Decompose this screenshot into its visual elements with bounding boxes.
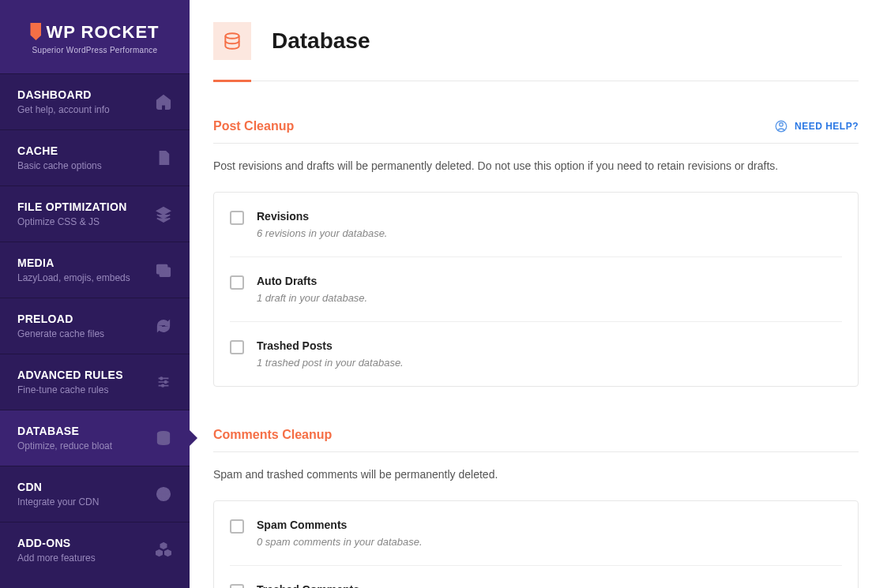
app-root: WP ROCKET Superior WordPress Performance… xyxy=(0,0,887,588)
nav-title: ADD-ONS xyxy=(17,537,96,549)
nav-title: ADVANCED RULES xyxy=(17,369,123,381)
svg-point-8 xyxy=(225,33,239,39)
svg-point-3 xyxy=(160,377,163,380)
main-panel: Database Post Cleanup NEED HELP? Post re… xyxy=(190,0,887,588)
option-label: Revisions xyxy=(257,210,387,223)
option-label: Trashed Posts xyxy=(257,339,404,352)
nav-title: PRELOAD xyxy=(17,313,104,325)
sidebar-item-database[interactable]: DATABASE Optimize, reduce bloat xyxy=(0,410,190,466)
option-desc: 0 spam comments in your database. xyxy=(257,536,423,548)
checkbox-revisions[interactable] xyxy=(230,211,244,225)
sidebar-item-preload[interactable]: PRELOAD Generate cache files xyxy=(0,298,190,354)
option-label: Trashed Comments xyxy=(257,583,431,588)
nav-sub: Integrate your CDN xyxy=(17,496,99,507)
option-spam-comments: Spam Comments 0 spam comments in your da… xyxy=(230,501,842,565)
nav-title: DASHBOARD xyxy=(17,88,110,101)
nav-sub: Basic cache options xyxy=(17,160,102,171)
option-desc: 6 revisions in your database. xyxy=(257,227,387,239)
database-icon xyxy=(222,31,242,51)
sidebar-item-advanced-rules[interactable]: ADVANCED RULES Fine-tune cache rules xyxy=(0,354,190,410)
sidebar-item-addons[interactable]: ADD-ONS Add more features xyxy=(0,522,190,578)
option-desc: 1 trashed post in your database. xyxy=(257,357,404,369)
help-label: NEED HELP? xyxy=(795,121,859,132)
database-icon xyxy=(155,429,172,447)
sidebar-item-dashboard[interactable]: DASHBOARD Get help, account info xyxy=(0,73,190,129)
header-divider xyxy=(213,81,859,81)
post-cleanup-options: Revisions 6 revisions in your database. … xyxy=(213,192,859,387)
section-divider xyxy=(213,143,859,144)
section-header-post-cleanup: Post Cleanup NEED HELP? xyxy=(213,119,859,133)
sliders-icon xyxy=(155,373,172,391)
cubes-icon xyxy=(155,541,172,559)
brand-tagline: Superior WordPress Performance xyxy=(16,46,174,54)
section-description: Spam and trashed comments will be perman… xyxy=(213,466,859,483)
section-header-comments-cleanup: Comments Cleanup xyxy=(213,428,859,442)
nav-title: CACHE xyxy=(17,144,102,157)
section-title: Comments Cleanup xyxy=(213,428,332,442)
refresh-icon xyxy=(155,317,172,335)
section-divider xyxy=(213,451,859,452)
page-title: Database xyxy=(272,28,370,54)
home-icon xyxy=(155,93,172,110)
need-help-link[interactable]: NEED HELP? xyxy=(774,119,859,133)
checkbox-trashed-posts[interactable] xyxy=(230,340,244,354)
nav-sub: Get help, account info xyxy=(17,104,110,115)
brand-name: WP ROCKET xyxy=(16,22,174,43)
sidebar-nav: DASHBOARD Get help, account info CACHE B… xyxy=(0,73,190,578)
brand-logo: WP ROCKET Superior WordPress Performance xyxy=(0,0,190,73)
globe-icon xyxy=(155,485,172,503)
svg-point-2 xyxy=(163,270,165,272)
sidebar-item-cache[interactable]: CACHE Basic cache options xyxy=(0,129,190,185)
image-icon xyxy=(155,261,172,279)
nav-sub: Generate cache files xyxy=(17,328,104,339)
option-trashed-posts: Trashed Posts 1 trashed post in your dat… xyxy=(230,321,842,386)
nav-title: MEDIA xyxy=(17,257,130,269)
checkbox-auto-drafts[interactable] xyxy=(230,275,244,290)
section-title: Post Cleanup xyxy=(213,119,294,133)
sidebar: WP ROCKET Superior WordPress Performance… xyxy=(0,0,190,588)
nav-title: DATABASE xyxy=(17,425,112,437)
nav-sub: Add more features xyxy=(17,552,96,564)
checkbox-spam-comments[interactable] xyxy=(230,519,244,534)
nav-title: FILE OPTIMIZATION xyxy=(17,200,127,213)
file-icon xyxy=(155,149,172,167)
option-desc: 1 draft in your database. xyxy=(257,292,367,304)
nav-sub: Optimize, reduce bloat xyxy=(17,440,112,451)
svg-point-10 xyxy=(780,123,784,127)
sidebar-item-cdn[interactable]: CDN Integrate your CDN xyxy=(0,466,190,522)
sidebar-item-file-optimization[interactable]: FILE OPTIMIZATION Optimize CSS & JS xyxy=(0,185,190,242)
nav-sub: LazyLoad, emojis, embeds xyxy=(17,272,130,283)
nav-sub: Fine-tune cache rules xyxy=(17,384,123,395)
rocket-flag-icon xyxy=(30,23,41,40)
svg-point-4 xyxy=(164,381,167,384)
comments-cleanup-options: Spam Comments 0 spam comments in your da… xyxy=(213,500,859,588)
page-icon xyxy=(213,22,251,60)
option-label: Auto Drafts xyxy=(257,275,367,287)
nav-title: CDN xyxy=(17,481,99,493)
option-label: Spam Comments xyxy=(257,519,423,531)
help-icon xyxy=(774,119,788,133)
section-description: Post revisions and drafts will be perman… xyxy=(213,158,859,174)
checkbox-trashed-comments[interactable] xyxy=(230,584,244,588)
option-auto-drafts: Auto Drafts 1 draft in your database. xyxy=(230,257,842,321)
svg-point-5 xyxy=(162,384,164,387)
layers-icon xyxy=(155,205,172,223)
page-header: Database xyxy=(213,22,859,60)
option-trashed-comments: Trashed Comments 0 trashed comments in y… xyxy=(230,565,842,588)
sidebar-item-media[interactable]: MEDIA LazyLoad, emojis, embeds xyxy=(0,242,190,298)
option-revisions: Revisions 6 revisions in your database. xyxy=(230,193,842,257)
nav-sub: Optimize CSS & JS xyxy=(17,216,127,227)
